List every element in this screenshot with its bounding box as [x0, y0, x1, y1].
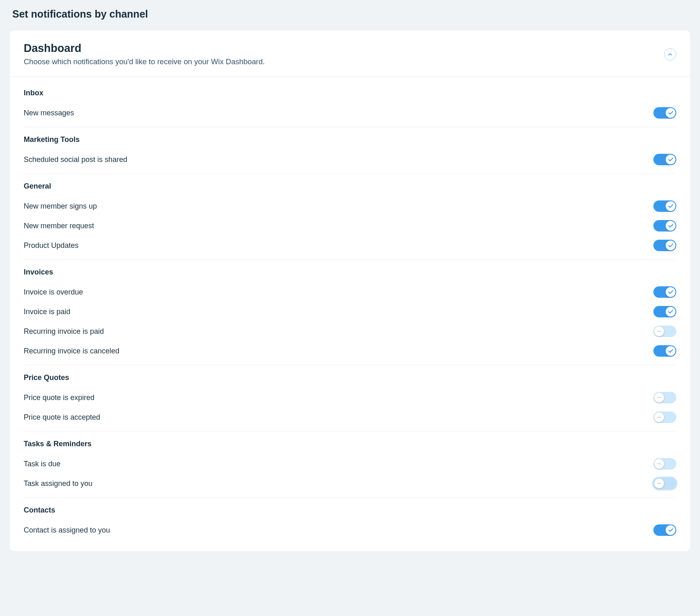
setting-label: Recurring invoice is canceled — [24, 347, 119, 355]
check-icon — [666, 346, 675, 356]
dash-icon — [654, 412, 664, 422]
toggle-switch[interactable] — [653, 107, 676, 119]
setting-label: Scheduled social post is shared — [24, 155, 127, 164]
toggle-switch[interactable] — [653, 240, 676, 251]
settings-group: GeneralNew member signs upNew member req… — [24, 174, 676, 260]
toggle-switch[interactable] — [653, 458, 676, 470]
setting-label: Price quote is accepted — [24, 413, 100, 422]
svg-rect-0 — [657, 331, 661, 332]
card-title: Dashboard — [24, 42, 664, 55]
dash-icon — [654, 393, 664, 402]
toggle-switch[interactable] — [653, 478, 676, 489]
setting-label: Product Updates — [24, 241, 79, 250]
settings-group: ContactsContact is assigned to you — [24, 498, 676, 540]
check-icon — [666, 241, 675, 250]
setting-row: New messages — [24, 103, 676, 123]
setting-row: Invoice is paid — [24, 302, 676, 321]
toggle-switch[interactable] — [653, 286, 676, 298]
toggle-switch[interactable] — [653, 220, 676, 232]
settings-group: Price QuotesPrice quote is expiredPrice … — [24, 365, 676, 432]
setting-row: Scheduled social post is shared — [24, 150, 676, 169]
dash-icon — [654, 326, 664, 336]
group-title: Tasks & Reminders — [24, 440, 676, 448]
svg-rect-3 — [657, 463, 661, 464]
check-icon — [666, 108, 675, 118]
settings-group: Tasks & RemindersTask is dueTask assigne… — [24, 432, 676, 498]
setting-label: New member request — [24, 222, 94, 230]
toggle-switch[interactable] — [653, 524, 676, 536]
setting-row: Invoice is overdue — [24, 282, 676, 302]
check-icon — [666, 525, 675, 535]
toggle-switch[interactable] — [653, 200, 676, 212]
svg-rect-2 — [657, 417, 661, 418]
check-icon — [666, 155, 675, 164]
dash-icon — [654, 479, 664, 488]
settings-group: InboxNew messages — [24, 81, 676, 127]
setting-label: Invoice is paid — [24, 308, 70, 316]
group-title: Price Quotes — [24, 373, 676, 382]
group-title: Inbox — [24, 89, 676, 97]
setting-row: New member request — [24, 216, 676, 236]
toggle-switch[interactable] — [653, 411, 676, 423]
page-title: Set notifications by channel — [10, 8, 690, 20]
setting-row: Task is due — [24, 454, 676, 474]
setting-label: Recurring invoice is paid — [24, 327, 104, 336]
setting-label: Price quote is expired — [24, 393, 94, 402]
group-title: General — [24, 182, 676, 191]
dash-icon — [654, 459, 664, 469]
setting-row: Price quote is expired — [24, 388, 676, 407]
toggle-switch[interactable] — [653, 345, 676, 357]
group-title: Contacts — [24, 506, 676, 515]
setting-row: New member signs up — [24, 196, 676, 216]
setting-row: Task assigned to you — [24, 474, 676, 493]
check-icon — [666, 221, 675, 231]
svg-rect-1 — [657, 397, 661, 398]
setting-row: Product Updates — [24, 236, 676, 255]
card-header-text: Dashboard Choose which notifications you… — [24, 42, 664, 66]
check-icon — [666, 201, 675, 211]
group-title: Marketing Tools — [24, 135, 676, 144]
check-icon — [666, 287, 675, 297]
toggle-switch[interactable] — [653, 326, 676, 337]
collapse-button[interactable] — [664, 48, 676, 61]
group-title: Invoices — [24, 268, 676, 277]
toggle-switch[interactable] — [653, 392, 676, 403]
card-header: Dashboard Choose which notifications you… — [10, 31, 690, 76]
setting-label: Invoice is overdue — [24, 288, 83, 297]
setting-label: New messages — [24, 109, 74, 117]
card-subtitle: Choose which notifications you'd like to… — [24, 57, 664, 66]
setting-row: Recurring invoice is paid — [24, 321, 676, 341]
setting-row: Recurring invoice is canceled — [24, 341, 676, 361]
setting-row: Contact is assigned to you — [24, 520, 676, 540]
toggle-switch[interactable] — [653, 154, 676, 165]
svg-rect-4 — [657, 483, 661, 484]
settings-group: InvoicesInvoice is overdueInvoice is pai… — [24, 260, 676, 365]
toggle-switch[interactable] — [653, 306, 676, 317]
dashboard-card: Dashboard Choose which notifications you… — [10, 31, 690, 551]
chevron-up-icon — [668, 53, 672, 56]
setting-label: Task assigned to you — [24, 479, 92, 488]
setting-label: Contact is assigned to you — [24, 526, 110, 535]
setting-label: Task is due — [24, 460, 61, 468]
check-icon — [666, 307, 675, 317]
settings-group: Marketing ToolsScheduled social post is … — [24, 127, 676, 174]
card-body: InboxNew messagesMarketing ToolsSchedule… — [10, 76, 690, 551]
setting-label: New member signs up — [24, 202, 97, 211]
setting-row: Price quote is accepted — [24, 407, 676, 427]
